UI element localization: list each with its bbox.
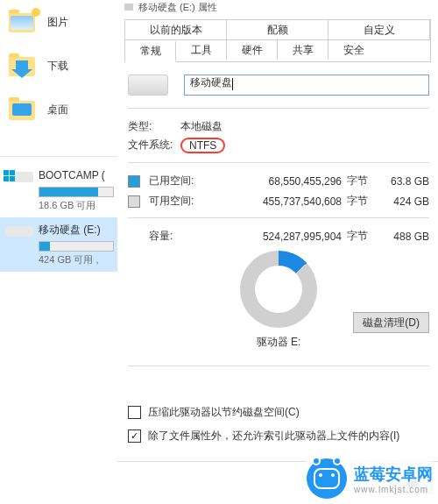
nav-item-pictures[interactable]: 图片 bbox=[0, 0, 117, 44]
drive-free-label: 18.6 GB 可用 bbox=[39, 199, 114, 212]
disk-cleanup-button[interactable]: 磁盘清理(D) bbox=[353, 312, 429, 333]
tab-quota[interactable]: 配额 bbox=[227, 20, 328, 40]
pictures-folder-icon bbox=[9, 10, 37, 34]
used-swatch-icon bbox=[128, 175, 140, 188]
dialog-titlebar[interactable]: 移动硬盘 (E:) 属性 bbox=[117, 0, 438, 14]
drive-large-icon bbox=[128, 75, 168, 96]
capacity-human: 488 GB bbox=[377, 231, 429, 243]
divider bbox=[128, 366, 429, 366]
tab-tools[interactable]: 工具 bbox=[176, 40, 227, 60]
compress-label: 压缩此驱动器以节约磁盘空间(C) bbox=[148, 405, 300, 420]
drive-name-input[interactable]: 移动硬盘 bbox=[184, 75, 429, 96]
dialog-title-icon bbox=[124, 4, 133, 11]
drive-free-label: 424 GB 可用 , bbox=[39, 253, 114, 266]
compress-checkbox-row[interactable]: 压缩此驱动器以节约磁盘空间(C) bbox=[128, 405, 429, 420]
desktop-folder-icon bbox=[9, 97, 37, 122]
drive-name: BOOTCAMP ( bbox=[39, 169, 105, 181]
nav-label: 图片 bbox=[47, 15, 68, 30]
free-label: 可用空间: bbox=[149, 194, 210, 209]
divider bbox=[128, 162, 429, 163]
drive-item-bootcamp[interactable]: BOOTCAMP ( 18.6 GB 可用 bbox=[0, 163, 117, 217]
watermark: 蓝莓安卓网 www.lmkjst.com bbox=[307, 458, 433, 499]
nav-item-downloads[interactable]: 下载 bbox=[0, 44, 117, 88]
free-bytes: 455,737,540,608 bbox=[210, 195, 342, 208]
type-value: 本地磁盘 bbox=[180, 119, 223, 134]
checkbox-checked-icon[interactable] bbox=[128, 429, 141, 443]
index-label: 除了文件属性外，还允许索引此驱动器上文件的内容(I) bbox=[148, 429, 399, 444]
general-panel: 移动硬盘 类型: 本地磁盘 文件系统: NTFS 已用空间: 68,550,45… bbox=[128, 75, 429, 444]
tab-strip: 以前的版本 配额 自定义 常规 工具 硬件 共享 安全 bbox=[124, 19, 431, 62]
tab-general[interactable]: 常规 bbox=[125, 41, 176, 62]
used-unit: 字节 bbox=[347, 174, 368, 188]
usage-donut-chart bbox=[240, 251, 317, 328]
drive-usage-bar bbox=[39, 187, 114, 197]
filesystem-value: NTFS bbox=[180, 138, 225, 153]
donut-drive-label: 驱动器 E: bbox=[257, 335, 301, 350]
nav-label: 桌面 bbox=[47, 103, 68, 117]
tab-security[interactable]: 安全 bbox=[328, 40, 379, 60]
watermark-brand: 蓝莓安卓网 bbox=[354, 464, 433, 485]
divider bbox=[128, 217, 429, 218]
used-bytes: 68,550,455,296 bbox=[210, 175, 342, 188]
explorer-left-pane: 图片 下载 桌面 B bbox=[0, 0, 118, 504]
tab-previous-versions[interactable]: 以前的版本 bbox=[125, 20, 227, 40]
capacity-unit: 字节 bbox=[347, 229, 368, 244]
properties-dialog: 移动硬盘 (E:) 属性 以前的版本 配额 自定义 常规 工具 硬件 共享 安全… bbox=[117, 0, 438, 504]
free-swatch-icon bbox=[128, 195, 140, 208]
capacity-label: 容量: bbox=[149, 229, 210, 244]
nav-label: 下载 bbox=[47, 59, 68, 74]
nav-item-desktop[interactable]: 桌面 bbox=[0, 88, 117, 131]
windows-logo-icon bbox=[4, 170, 16, 182]
drive-usage-bar bbox=[39, 241, 114, 252]
used-human: 63.8 GB bbox=[377, 175, 429, 188]
type-label: 类型: bbox=[128, 119, 180, 134]
tab-customize[interactable]: 自定义 bbox=[328, 20, 430, 40]
downloads-folder-icon bbox=[9, 53, 37, 78]
capacity-bytes: 524,287,995,904 bbox=[210, 231, 342, 243]
free-human: 424 GB bbox=[377, 195, 429, 208]
tab-sharing[interactable]: 共享 bbox=[278, 40, 328, 60]
drive-name-value: 移动硬盘 bbox=[190, 76, 232, 89]
drive-icon bbox=[5, 221, 33, 238]
text-caret bbox=[232, 78, 233, 90]
free-unit: 字节 bbox=[347, 194, 368, 209]
drive-list: BOOTCAMP ( 18.6 GB 可用 移动硬盘 (E:) 424 GB 可… bbox=[0, 163, 117, 272]
watermark-url: www.lmkjst.com bbox=[354, 485, 433, 494]
drive-item-removable[interactable]: 移动硬盘 (E:) 424 GB 可用 , bbox=[0, 217, 117, 272]
drive-icon bbox=[5, 167, 33, 184]
divider bbox=[0, 156, 117, 157]
checkbox-icon[interactable] bbox=[128, 406, 141, 419]
drive-name: 移动硬盘 (E:) bbox=[39, 223, 101, 238]
dialog-title: 移动硬盘 (E:) 属性 bbox=[138, 1, 217, 14]
tab-hardware[interactable]: 硬件 bbox=[227, 40, 278, 60]
used-label: 已用空间: bbox=[149, 174, 210, 188]
index-checkbox-row[interactable]: 除了文件属性外，还允许索引此驱动器上文件的内容(I) bbox=[128, 429, 429, 444]
divider bbox=[128, 108, 429, 109]
watermark-logo-icon bbox=[307, 458, 347, 499]
filesystem-label: 文件系统: bbox=[128, 138, 180, 153]
